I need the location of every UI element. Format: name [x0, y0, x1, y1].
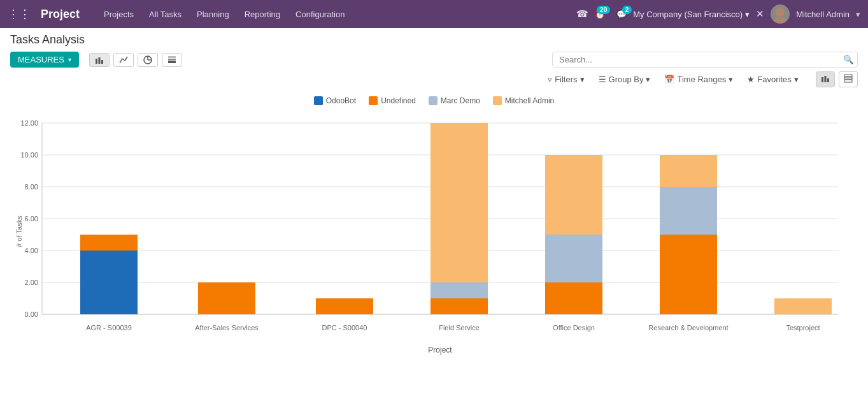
- page-title: Tasks Analysis: [10, 33, 858, 47]
- bar-rd-undefined[interactable]: [660, 235, 717, 314]
- app-brand: Project: [41, 8, 80, 21]
- legend-odoobot: OdooBot: [314, 96, 356, 105]
- svg-point-0: [776, 8, 785, 17]
- svg-rect-8: [168, 61, 176, 63]
- bar-icon: [95, 55, 104, 64]
- legend-odoobot-label: OdooBot: [326, 96, 356, 105]
- bar-field-mitchell-fix[interactable]: [430, 123, 488, 282]
- svg-text:2.00: 2.00: [25, 279, 38, 286]
- chat-badge: 2: [622, 6, 632, 14]
- time-ranges-caret-icon: ▾: [729, 75, 733, 84]
- filters-caret-icon: ▾: [580, 75, 585, 84]
- grid-icon[interactable]: ⋮⋮: [8, 7, 31, 21]
- svg-text:AGR - S00039: AGR - S00039: [86, 324, 132, 332]
- bar-rd-mitchell[interactable]: [660, 155, 717, 187]
- legend-marc-label: Marc Demo: [441, 96, 480, 105]
- filters-button[interactable]: ▿ Filters ▾: [543, 72, 589, 87]
- favorites-label: Favorites: [757, 75, 791, 84]
- user-name[interactable]: Mitchell Admin: [796, 10, 850, 19]
- svg-rect-15: [844, 77, 852, 79]
- messages-badge-btn[interactable]: ⏰ 20: [595, 10, 605, 19]
- search-button[interactable]: 🔍: [843, 55, 854, 64]
- stacked-chart-btn[interactable]: [162, 53, 182, 67]
- favorites-button[interactable]: ★ Favorites ▾: [742, 72, 803, 87]
- line-chart-btn[interactable]: [113, 53, 134, 67]
- group-by-icon: ☰: [599, 75, 606, 84]
- company-selector[interactable]: My Company (San Francisco) ▾: [633, 10, 750, 19]
- top-navigation: ⋮⋮ Project Projects All Tasks Planning R…: [0, 0, 868, 28]
- menu-reporting[interactable]: Reporting: [238, 7, 287, 22]
- bar-office-mitchell[interactable]: [545, 155, 602, 235]
- svg-rect-10: [168, 56, 176, 58]
- svg-text:DPC - S00040: DPC - S00040: [322, 324, 367, 332]
- filter-icon: ▿: [548, 75, 552, 84]
- measures-button[interactable]: MEASURES ▾: [10, 52, 79, 68]
- time-ranges-label: Time Ranges: [677, 75, 726, 84]
- svg-rect-14: [844, 75, 852, 77]
- svg-text:8.00: 8.00: [25, 183, 38, 191]
- menu-all-tasks[interactable]: All Tasks: [143, 7, 188, 22]
- bar-office-marc[interactable]: [545, 235, 602, 282]
- close-icon[interactable]: ✕: [756, 8, 764, 20]
- svg-rect-12: [825, 76, 827, 82]
- bar-office-undefined[interactable]: [545, 282, 602, 314]
- menu-projects[interactable]: Projects: [97, 7, 140, 22]
- y-axis-label: # of Tasks: [15, 215, 23, 247]
- table-view-icon: [844, 74, 853, 83]
- chart-legend: OdooBot Undefined Marc Demo Mitchell Adm…: [10, 96, 858, 105]
- chevron-down-icon: ▾: [745, 10, 750, 19]
- svg-text:Office Design: Office Design: [553, 324, 595, 332]
- bar-agr-undefined[interactable]: [80, 235, 138, 251]
- legend-mitchell-color: [493, 96, 502, 105]
- avatar[interactable]: [771, 4, 790, 24]
- bar-field-marc[interactable]: [430, 282, 488, 298]
- toolbar-left: MEASURES ▾: [10, 52, 182, 68]
- star-icon: ★: [747, 75, 755, 84]
- svg-rect-9: [168, 59, 176, 61]
- svg-text:After-Sales Services: After-Sales Services: [195, 324, 259, 332]
- group-by-label: Group By: [609, 75, 644, 84]
- svg-text:4.00: 4.00: [25, 247, 38, 254]
- table-view-btn[interactable]: [839, 71, 858, 87]
- svg-text:6.00: 6.00: [25, 215, 38, 222]
- legend-marc-color: [429, 96, 438, 105]
- group-by-caret-icon: ▾: [646, 75, 650, 84]
- legend-undefined-label: Undefined: [381, 96, 416, 105]
- calendar-icon: 📅: [664, 75, 674, 84]
- svg-text:12.00: 12.00: [20, 119, 38, 127]
- phone-icon[interactable]: ☎: [576, 8, 588, 20]
- bar-chart-svg: # of Tasks 12.00 10.00 8.00 6.00 4.00 2.…: [10, 110, 857, 365]
- user-chevron-icon: ▾: [856, 10, 860, 19]
- bar-dpc-undefined[interactable]: [316, 298, 373, 314]
- bar-field-undefined-fix[interactable]: [430, 298, 488, 314]
- svg-rect-2: [96, 59, 97, 64]
- bar-aftersales-undefined[interactable]: [198, 282, 255, 314]
- legend-mitchell-label: Mitchell Admin: [505, 96, 554, 105]
- chat-badge-btn[interactable]: 💬 2: [616, 10, 627, 19]
- legend-marc-demo: Marc Demo: [429, 96, 480, 105]
- filters-label: Filters: [555, 75, 577, 84]
- svg-text:10.00: 10.00: [20, 151, 38, 159]
- pie-chart-btn[interactable]: [138, 53, 158, 67]
- page-subheader: Tasks Analysis MEASURES ▾: [0, 28, 868, 87]
- bar-rd-marc[interactable]: [660, 187, 717, 235]
- chart-view-btn[interactable]: [816, 71, 835, 87]
- stacked-icon: [167, 55, 176, 64]
- line-icon: [119, 55, 128, 64]
- group-by-button[interactable]: ☰ Group By ▾: [594, 72, 656, 87]
- svg-text:Field Service: Field Service: [439, 324, 480, 332]
- menu-planning[interactable]: Planning: [190, 7, 236, 22]
- company-name: My Company (San Francisco): [633, 10, 743, 19]
- bar-agr-odoobot[interactable]: [80, 251, 138, 314]
- bar-test-mitchell[interactable]: [774, 298, 832, 314]
- measures-label: MEASURES: [18, 55, 64, 64]
- search-input[interactable]: [552, 52, 858, 68]
- svg-rect-13: [827, 78, 829, 82]
- chart-view-icon: [821, 74, 830, 83]
- time-ranges-button[interactable]: 📅 Time Ranges ▾: [659, 72, 738, 87]
- x-axis-label: Project: [428, 346, 452, 354]
- svg-text:Testproject: Testproject: [786, 324, 820, 332]
- bar-chart-btn[interactable]: [89, 53, 110, 67]
- menu-configuration[interactable]: Configuration: [289, 7, 351, 22]
- topnav-right: ☎ ⏰ 20 💬 2 My Company (San Francisco) ▾ …: [576, 4, 860, 24]
